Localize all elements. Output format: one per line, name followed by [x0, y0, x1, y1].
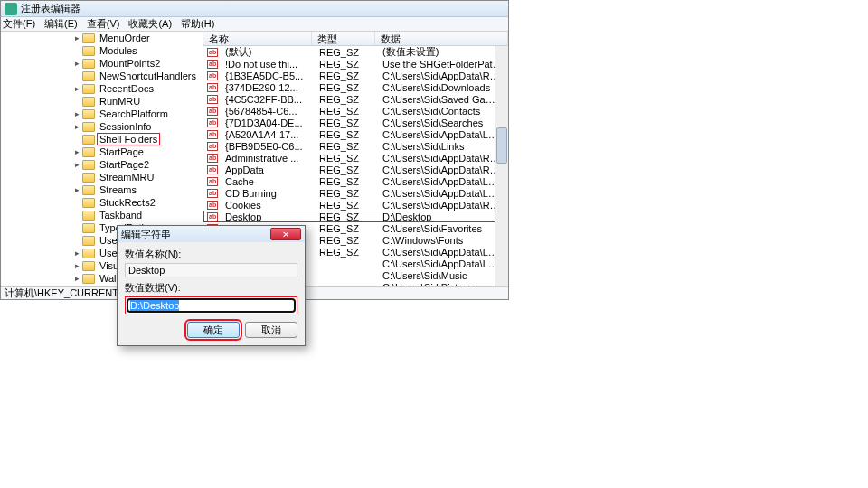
list-row[interactable]: abCacheREG_SZC:\Users\Sid\AppData\Local\… — [203, 175, 508, 187]
tree-item[interactable]: RunMRU — [1, 95, 203, 108]
folder-icon — [82, 84, 95, 94]
string-icon: ab — [207, 189, 218, 198]
folder-icon — [82, 147, 95, 157]
list-row[interactable]: ab{BFB9D5E0-C6...REG_SZC:\Users\Sid\Link… — [203, 140, 508, 152]
tree-item[interactable]: Shell Folders — [1, 133, 203, 145]
tree-item[interactable]: ▸StartPage — [1, 145, 203, 158]
menu-edit[interactable]: 编辑(E) — [44, 17, 78, 31]
list-row[interactable]: ab!Do not use thi...REG_SZUse the SHGetF… — [203, 58, 508, 70]
folder-icon — [82, 223, 95, 233]
list-row[interactable]: abAdministrative ...REG_SZC:\Users\Sid\A… — [203, 152, 508, 164]
folder-icon — [82, 261, 95, 271]
list-header: 名称 类型 数据 — [203, 32, 508, 46]
tree-item[interactable]: ▸StartPage2 — [1, 158, 203, 171]
string-icon: ab — [207, 83, 218, 92]
tree-item[interactable]: NewShortcutHandlers — [1, 70, 203, 82]
folder-icon — [82, 249, 95, 258]
string-icon: ab — [207, 71, 218, 80]
list-row[interactable]: ab{1B3EA5DC-B5...REG_SZC:\Users\Sid\AppD… — [203, 70, 508, 81]
menu-view[interactable]: 查看(V) — [87, 17, 120, 31]
titlebar: 注册表编辑器 — [1, 1, 508, 17]
string-icon: ab — [207, 177, 218, 186]
string-icon: ab — [207, 130, 218, 139]
list-row[interactable]: ab{4C5C32FF-BB...REG_SZC:\Users\Sid\Save… — [203, 93, 508, 105]
list-row[interactable]: ab{56784854-C6...REG_SZC:\Users\Sid\Cont… — [203, 105, 508, 117]
string-icon: ab — [207, 165, 218, 174]
list-row[interactable]: ab(默认)REG_SZ(数值未设置) — [203, 46, 508, 58]
folder-icon — [82, 71, 95, 81]
col-type[interactable]: 类型 — [312, 32, 375, 45]
folder-icon — [82, 286, 95, 287]
folder-icon — [82, 122, 95, 132]
close-icon[interactable]: ✕ — [270, 228, 301, 240]
string-icon: ab — [207, 60, 218, 69]
string-icon: ab — [207, 154, 218, 163]
col-data[interactable]: 数据 — [375, 32, 508, 45]
tree-item[interactable]: ▸SessionInfo — [1, 120, 203, 133]
list-row[interactable]: abCD BurningREG_SZC:\Users\Sid\AppData\L… — [203, 187, 508, 199]
tree-item[interactable]: Modules — [1, 44, 203, 57]
string-icon: ab — [207, 212, 218, 221]
list-row[interactable]: ab{7D1D3A04-DE...REG_SZC:\Users\Sid\Sear… — [203, 117, 508, 128]
folder-icon — [82, 160, 95, 170]
edit-string-dialog: 编辑字符串 ✕ 数值名称(N): Desktop 数值数据(V): 确定 取消 — [117, 225, 306, 346]
folder-icon — [82, 198, 95, 208]
folder-icon — [82, 236, 95, 246]
folder-icon — [82, 109, 95, 119]
tree-item[interactable]: ▸MountPoints2 — [1, 57, 203, 70]
app-icon — [5, 3, 17, 15]
folder-icon — [82, 185, 95, 195]
string-icon: ab — [207, 201, 218, 210]
menu-fav[interactable]: 收藏夹(A) — [128, 17, 172, 31]
folder-icon — [82, 46, 95, 56]
tree-item[interactable]: Taskband — [1, 209, 203, 221]
dialog-titlebar: 编辑字符串 ✕ — [118, 226, 305, 242]
folder-icon — [82, 173, 95, 183]
folder-icon — [82, 97, 95, 107]
scroll-thumb[interactable] — [496, 127, 507, 164]
data-field[interactable] — [127, 298, 296, 313]
tree-item[interactable]: StuckRects2 — [1, 196, 203, 209]
list-row[interactable]: abDesktopREG_SZD:\Desktop — [203, 211, 508, 222]
name-field: Desktop — [125, 263, 297, 277]
folder-icon — [82, 274, 95, 284]
name-label: 数值名称(N): — [125, 248, 297, 261]
list-row[interactable]: abAppDataREG_SZC:\Users\Sid\AppData\Roam… — [203, 164, 508, 175]
string-icon: ab — [207, 48, 218, 57]
string-icon: ab — [207, 118, 218, 127]
folder-icon — [82, 135, 95, 145]
folder-icon — [82, 33, 95, 43]
string-icon: ab — [207, 107, 218, 116]
tree-item[interactable]: StreamMRU — [1, 171, 203, 183]
tree-item[interactable]: ▸MenuOrder — [1, 32, 203, 44]
string-icon: ab — [207, 95, 218, 104]
window-title: 注册表编辑器 — [21, 2, 80, 15]
ok-button[interactable]: 确定 — [187, 322, 240, 338]
dialog-title: 编辑字符串 — [121, 228, 171, 241]
list-row[interactable]: abCookiesREG_SZC:\Users\Sid\AppData\Roam… — [203, 199, 508, 211]
folder-icon — [82, 59, 95, 69]
folder-icon — [82, 211, 95, 221]
col-name[interactable]: 名称 — [203, 32, 312, 45]
menu-file[interactable]: 文件(F) — [3, 17, 35, 31]
list-row[interactable]: ab{A520A1A4-17...REG_SZC:\Users\Sid\AppD… — [203, 128, 508, 140]
tree-item[interactable]: ▸SearchPlatform — [1, 108, 203, 120]
regedit-window: 注册表编辑器 文件(F) 编辑(E) 查看(V) 收藏夹(A) 帮助(H) ▸M… — [0, 0, 509, 300]
menubar: 文件(F) 编辑(E) 查看(V) 收藏夹(A) 帮助(H) — [1, 17, 508, 32]
vertical-scrollbar[interactable] — [495, 46, 508, 286]
tree-item[interactable]: ▸RecentDocs — [1, 82, 203, 95]
menu-help[interactable]: 帮助(H) — [181, 17, 214, 31]
tree-item[interactable]: ▸Streams — [1, 183, 203, 196]
string-icon: ab — [207, 142, 218, 151]
cancel-button[interactable]: 取消 — [245, 322, 297, 338]
data-field-highlight — [125, 296, 297, 314]
list-row[interactable]: ab{374DE290-12...REG_SZC:\Users\Sid\Down… — [203, 81, 508, 93]
data-label: 数值数据(V): — [125, 281, 297, 295]
